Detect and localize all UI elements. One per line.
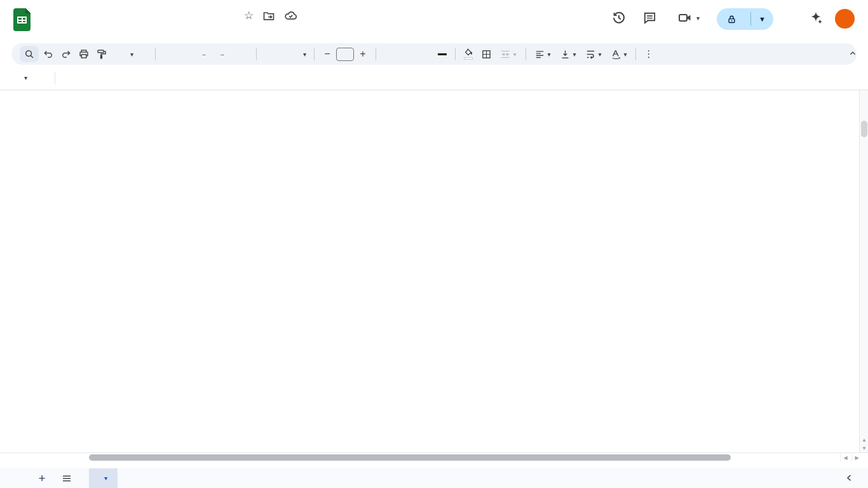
text-wrap-icon[interactable]: ▾ (581, 46, 606, 62)
paint-format-icon[interactable] (93, 46, 110, 62)
name-box-caret[interactable]: ▾ (24, 74, 27, 81)
share-caret[interactable]: ▼ (751, 15, 773, 23)
scroll-left-icon[interactable]: ◀ (840, 454, 850, 462)
side-panel-chevron-icon[interactable] (844, 472, 855, 484)
increase-decimal-icon[interactable]: → (214, 46, 230, 62)
name-box[interactable]: ▾ (0, 74, 55, 81)
add-sheet-button[interactable]: + (34, 471, 50, 485)
horizontal-scrollbar-thumb[interactable] (89, 454, 731, 461)
cloud-status-icon[interactable] (284, 9, 297, 22)
sheet-tab-caret[interactable]: ▾ (104, 475, 107, 482)
strikethrough-icon[interactable] (416, 46, 433, 62)
decrease-font-size-button[interactable]: − (319, 46, 336, 62)
print-icon[interactable] (76, 46, 92, 62)
format-percent-icon[interactable] (178, 46, 194, 62)
increase-font-size-button[interactable]: + (355, 46, 371, 62)
title-bar: ☆ ▾ (0, 0, 868, 42)
vertical-scrollbar-thumb[interactable] (861, 121, 867, 137)
redo-icon[interactable] (58, 46, 74, 62)
more-toolbar-icon[interactable]: ⋮ (641, 46, 657, 62)
account-avatar[interactable] (835, 9, 855, 29)
search-menus-icon[interactable] (20, 46, 39, 62)
comments-icon[interactable] (642, 10, 657, 25)
zoom-control[interactable]: ▾ (111, 46, 151, 62)
star-icon[interactable]: ☆ (244, 10, 254, 22)
horizontal-scrollbar[interactable]: ◀ ▶ (0, 452, 868, 462)
toolbar: ▾ ← → ▾ − + ▾ (11, 43, 857, 65)
sheet-bar: + ▾ (0, 468, 868, 488)
font-size-input[interactable] (336, 48, 354, 61)
all-sheets-icon[interactable] (61, 473, 72, 484)
horizontal-align-icon[interactable]: ▾ (531, 46, 555, 62)
borders-icon[interactable] (478, 46, 494, 62)
vertical-align-icon[interactable]: ▾ (556, 46, 580, 62)
text-color-icon[interactable] (434, 46, 451, 62)
fill-color-icon[interactable] (460, 46, 477, 62)
decrease-decimal-icon[interactable]: ← (196, 46, 212, 62)
scroll-down-icon[interactable]: ▼ (860, 444, 868, 452)
italic-icon[interactable] (398, 46, 415, 62)
spreadsheet-grid[interactable] (0, 90, 859, 452)
share-button[interactable]: ▼ (717, 8, 773, 30)
sheet-tab-active[interactable]: ▾ (89, 468, 118, 488)
format-currency-icon[interactable] (160, 46, 177, 62)
font-selector[interactable]: ▾ (261, 46, 309, 62)
sheets-logo-icon[interactable] (13, 8, 31, 31)
more-formats-icon[interactable] (231, 46, 252, 62)
text-rotation-icon[interactable]: ▾ (607, 46, 631, 62)
undo-icon[interactable] (40, 46, 57, 62)
bold-icon[interactable] (381, 46, 397, 62)
gemini-sparkle-icon[interactable] (808, 10, 824, 25)
version-history-icon[interactable] (611, 10, 627, 25)
formula-input[interactable] (69, 66, 868, 90)
vertical-scrollbar[interactable]: ▲ ▼ (859, 90, 868, 452)
merge-cells-icon[interactable]: ▾ (496, 46, 521, 62)
video-call-icon[interactable]: ▾ (677, 10, 700, 25)
lock-icon (727, 15, 736, 24)
video-call-caret[interactable]: ▾ (696, 15, 700, 22)
hide-menus-chevron-icon[interactable] (848, 48, 858, 58)
scroll-right-icon[interactable]: ▶ (851, 454, 862, 462)
move-folder-icon[interactable] (262, 10, 275, 22)
formula-bar: ▾ (0, 66, 868, 90)
scroll-up-icon[interactable]: ▲ (860, 436, 868, 444)
